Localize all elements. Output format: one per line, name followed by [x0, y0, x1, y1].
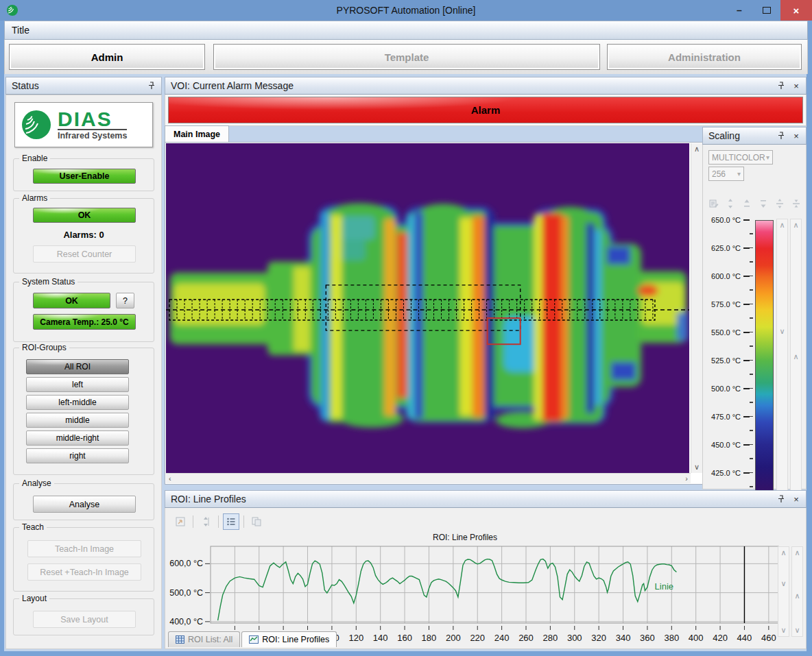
- scale-min-slider[interactable]: ∧ ∧ ∨: [790, 219, 802, 502]
- pin-icon[interactable]: [777, 132, 785, 140]
- svg-text:360: 360: [640, 633, 655, 643]
- chevron-down-icon[interactable]: ∨: [792, 626, 802, 635]
- svg-text:500,0 °C: 500,0 °C: [169, 588, 203, 598]
- roi-group-button[interactable]: left-middle: [26, 395, 129, 410]
- legend-list-icon[interactable]: [223, 513, 239, 530]
- system-ok-button[interactable]: OK: [33, 293, 110, 308]
- chevron-up-icon[interactable]: ∧: [791, 221, 801, 230]
- scale-label: 625.0 °C: [706, 243, 750, 253]
- pin-icon[interactable]: [147, 82, 156, 90]
- scroll-left-icon[interactable]: ‹: [169, 475, 171, 483]
- roi-bottom-tabs: ROI List: All ROI: Line Profiles: [168, 631, 337, 647]
- chevron-up-icon[interactable]: ∧: [777, 221, 787, 230]
- scale-max-slider[interactable]: ∧ ∨ ∨: [776, 219, 788, 502]
- properties-icon[interactable]: [708, 198, 719, 209]
- image-tabstrip: Main Image: [165, 125, 704, 142]
- tab-admin[interactable]: Admin: [9, 44, 205, 70]
- voi-panel-title: VOI: Current Alarm Message: [171, 80, 294, 91]
- levels-value: 256: [712, 169, 726, 179]
- save-layout-button[interactable]: Save Layout: [33, 611, 136, 628]
- horizontal-scrollbar[interactable]: ‹ ›: [166, 473, 691, 483]
- scale-label: 525.0 °C: [706, 356, 750, 365]
- close-button[interactable]: ×: [780, 0, 812, 21]
- chevron-down-icon[interactable]: ∨: [777, 327, 787, 336]
- roi-group-button[interactable]: middle: [26, 413, 129, 428]
- user-enable-button[interactable]: User-Enable: [33, 169, 136, 184]
- scroll-right-icon[interactable]: ›: [685, 475, 688, 483]
- analyse-group: Analyse Analyse: [13, 483, 154, 520]
- svg-text:260: 260: [518, 633, 534, 643]
- roi-group-button[interactable]: left: [26, 377, 129, 392]
- scale-label: 425.0 °C: [706, 468, 750, 478]
- fit-vertical-icon[interactable]: [198, 513, 214, 530]
- system-help-button[interactable]: ?: [116, 293, 134, 308]
- analyse-button[interactable]: Analyse: [33, 496, 136, 513]
- tab-template[interactable]: Template: [213, 44, 600, 70]
- alarms-ok-button[interactable]: OK: [33, 208, 136, 223]
- tab-label: ROI List: All: [188, 635, 232, 644]
- nav-bar: Admin Template Administration: [4, 40, 808, 74]
- roi-groups-group: ROI-Groups All ROIleftleft-middlemiddlem…: [13, 348, 154, 475]
- status-panel-body: DIAS Infrared Systems Enable User-Enable…: [5, 95, 162, 649]
- expand-scale-icon[interactable]: [791, 198, 802, 209]
- palette-dropdown[interactable]: MULTICOLOR▾: [708, 150, 773, 165]
- teach-in-button[interactable]: Teach-In Image: [27, 540, 141, 557]
- tab-roi-list[interactable]: ROI List: All: [168, 631, 240, 647]
- logo-name: DIAS: [58, 110, 127, 129]
- minimize-button[interactable]: –: [726, 0, 753, 21]
- scroll-up-icon[interactable]: ∧: [694, 145, 700, 153]
- content-area: Status DIAS Infrared Systems Enable: [4, 74, 807, 651]
- close-icon[interactable]: ×: [792, 82, 800, 90]
- svg-text:Linie: Linie: [655, 581, 673, 592]
- compress-scale-icon[interactable]: [774, 198, 785, 209]
- roi-group-button[interactable]: middle-right: [26, 430, 129, 446]
- chart-vscroll-2[interactable]: ∧ ∧ ∨: [791, 546, 803, 637]
- tab-roi-line-profiles[interactable]: ROI: Line Profiles: [241, 631, 337, 647]
- chart-vscroll-1[interactable]: ∧ ∨ ∨: [778, 546, 789, 637]
- tab-administration[interactable]: Administration: [607, 44, 802, 70]
- roi-toolbar: [172, 513, 265, 530]
- scale-up-icon[interactable]: [741, 198, 752, 209]
- chevron-up-icon[interactable]: ∧: [792, 592, 802, 600]
- teach-group-label: Teach: [19, 522, 47, 532]
- thermal-image[interactable]: [166, 143, 689, 474]
- tab-main-image[interactable]: Main Image: [165, 125, 229, 142]
- svg-text:380: 380: [664, 633, 679, 643]
- chevron-down-icon[interactable]: ∨: [778, 626, 789, 635]
- vertical-scrollbar[interactable]: ∧ ∨: [691, 143, 702, 473]
- pin-icon[interactable]: [777, 82, 785, 90]
- close-icon[interactable]: ×: [792, 132, 800, 140]
- chevron-up-icon[interactable]: ∧: [792, 548, 802, 557]
- teach-group: Teach Teach-In Image Reset +Teach-In Ima…: [13, 527, 154, 592]
- palette-value: MULTICOLOR: [712, 153, 765, 162]
- scroll-down-icon[interactable]: ∨: [694, 463, 700, 471]
- pin-icon[interactable]: [777, 495, 785, 503]
- close-icon[interactable]: ×: [792, 495, 800, 503]
- svg-text:240: 240: [494, 633, 510, 643]
- enable-group: Enable User-Enable: [13, 158, 154, 191]
- scale-updown-icon[interactable]: [725, 198, 736, 209]
- camera-temp-button[interactable]: Camera Temp.: 25.0 °C: [33, 314, 136, 330]
- dias-logo: DIAS Infrared Systems: [14, 102, 153, 147]
- tick-rail: [750, 220, 753, 501]
- svg-text:600,0 °C: 600,0 °C: [169, 559, 203, 568]
- export-icon[interactable]: [172, 513, 189, 530]
- reset-teach-in-button[interactable]: Reset +Teach-In Image: [27, 563, 141, 581]
- scale-label: 600.0 °C: [706, 271, 750, 281]
- alarms-count-label: Alarms: 0: [14, 230, 154, 240]
- chevron-up-icon[interactable]: ∧: [778, 548, 789, 557]
- toolbar-separator: [193, 515, 193, 528]
- scale-down-icon[interactable]: [758, 198, 769, 209]
- voi-panel-header: VOI: Current Alarm Message ×: [165, 77, 807, 95]
- chevron-down-icon[interactable]: ∨: [778, 579, 789, 588]
- roi-group-button[interactable]: right: [26, 448, 129, 463]
- scale-label: 475.0 °C: [706, 412, 750, 422]
- chevron-up-icon[interactable]: ∧: [791, 352, 801, 361]
- copy-icon[interactable]: [248, 513, 265, 530]
- reset-counter-button[interactable]: Reset Counter: [33, 245, 136, 263]
- roi-group-button[interactable]: All ROI: [26, 359, 129, 374]
- roi-panel-header: ROI: Line Profiles ×: [165, 490, 807, 508]
- maximize-button[interactable]: [753, 0, 780, 21]
- svg-text:280: 280: [543, 633, 558, 643]
- levels-dropdown[interactable]: 256▾: [708, 167, 744, 181]
